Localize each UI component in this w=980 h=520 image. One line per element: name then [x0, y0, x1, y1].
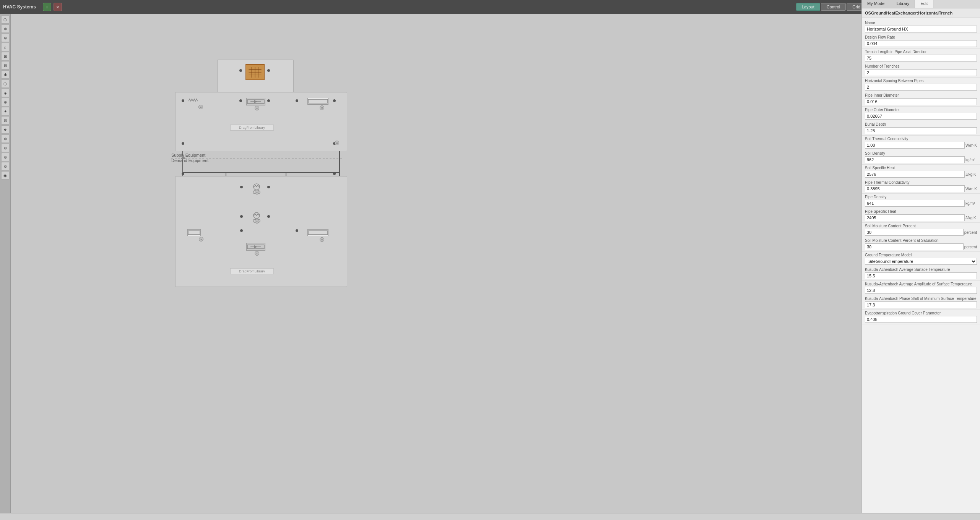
prop-row-0: Name — [862, 19, 980, 34]
main-canvas: × × × × DragFromLibrary Supply Equipment — [11, 14, 861, 513]
prop-input-20[interactable] — [865, 316, 977, 323]
prop-input-11[interactable] — [865, 185, 965, 192]
close-upper-right2[interactable]: × — [335, 141, 339, 145]
top-bar: HVAC Systems + × Layout Control Grid 🔍 🔍… — [0, 0, 980, 14]
remove-button[interactable]: × — [54, 3, 62, 11]
prop-input-8[interactable] — [865, 142, 965, 149]
prop-row-19: Kusuda-Achenbach Phase Shift of Minimum … — [862, 295, 980, 310]
prop-select-16[interactable]: SiteGroundTemperature — [865, 258, 977, 265]
sidebar-icon-16[interactable]: ⊙ — [1, 153, 10, 161]
prop-row-2: Trench Length in Pipe Axial Direction — [862, 49, 980, 63]
valve-lower-right[interactable] — [307, 229, 328, 236]
prop-label-10: Soil Specific Heat — [865, 166, 977, 170]
sidebar-icon-4[interactable]: ⌂ — [1, 43, 10, 51]
sidebar-icon-17[interactable]: ⊚ — [1, 162, 10, 170]
close-upper-valve[interactable]: × — [320, 105, 324, 110]
valve-upper-right[interactable] — [307, 98, 328, 105]
prop-row-5: Pipe Inner Diameter — [862, 92, 980, 107]
prop-input-17[interactable] — [865, 272, 977, 279]
valve-lower-left[interactable] — [187, 229, 201, 236]
prop-input-1[interactable] — [865, 40, 977, 47]
prop-label-15: Soil Moisture Content Percent at Saturat… — [865, 238, 977, 243]
prop-input-3[interactable] — [865, 69, 977, 76]
supply-demand-labels: Supply Equipment Demand Equipment — [171, 153, 208, 163]
coil-upper-left[interactable] — [187, 97, 199, 105]
close-lower-valve[interactable]: × — [320, 237, 324, 242]
pipes-svg — [11, 14, 861, 513]
prop-input-12[interactable] — [865, 200, 965, 207]
ground-hx-icon[interactable] — [245, 64, 265, 80]
prop-input-10[interactable] — [865, 171, 965, 178]
prop-label-4: Horizontal Spacing Between Pipes — [865, 79, 977, 83]
prop-row-4: Horizontal Spacing Between Pipes — [862, 78, 980, 92]
prop-label-8: Soil Thermal Conductivity — [865, 137, 977, 141]
layout-buttons: Layout Control Grid — [796, 3, 866, 11]
prop-row-8: Soil Thermal ConductivityW/m·K — [862, 136, 980, 150]
sidebar-icon-18[interactable]: ◉ — [1, 171, 10, 180]
sidebar-icon-8[interactable]: ⬡ — [1, 79, 10, 88]
tab-library[interactable]: Library — [891, 0, 915, 8]
prop-row-20: Evapotranspiration Ground Cover Paramete… — [862, 310, 980, 324]
prop-input-19[interactable] — [865, 301, 977, 308]
node-ul-6 — [182, 142, 184, 145]
prop-input-6[interactable] — [865, 113, 977, 120]
tab-my-model[interactable]: My Model — [862, 0, 891, 8]
prop-input-9[interactable] — [865, 156, 965, 163]
right-tabs: My Model Library Edit — [862, 0, 980, 8]
node-ul-4 — [333, 99, 336, 102]
pump-connector-lower[interactable] — [246, 243, 265, 251]
prop-input-14[interactable] — [865, 229, 964, 236]
prop-input-13[interactable] — [865, 214, 965, 221]
control-btn[interactable]: Control — [821, 3, 846, 11]
tab-edit[interactable]: Edit — [915, 0, 933, 8]
sidebar-icon-11[interactable]: ✦ — [1, 107, 10, 115]
prop-row-15: Soil Moisture Content Percent at Saturat… — [862, 237, 980, 252]
layout-btn[interactable]: Layout — [796, 3, 820, 11]
prop-label-11: Pipe Thermal Conductivity — [865, 180, 977, 185]
sidebar-icon-5[interactable]: ⊞ — [1, 52, 10, 60]
close-lower-bottom-pump[interactable]: × — [255, 251, 259, 256]
close-upper-coil[interactable]: × — [198, 105, 203, 109]
prop-label-6: Pipe Outer Diameter — [865, 108, 977, 112]
sidebar-icon-1[interactable]: ⬡ — [1, 15, 10, 24]
prop-label-1: Design Flow Rate — [865, 35, 977, 39]
node-ll-4 — [267, 215, 270, 218]
prop-input-5[interactable] — [865, 98, 977, 105]
prop-input-2[interactable] — [865, 55, 977, 62]
prop-label-16: Ground Temperature Model — [865, 253, 977, 257]
prop-input-0[interactable] — [865, 26, 977, 32]
prop-label-3: Number of Trenches — [865, 64, 977, 68]
add-button[interactable]: + — [43, 3, 51, 11]
prop-row-6: Pipe Outer Diameter — [862, 107, 980, 121]
close-lower-left-valve[interactable]: × — [199, 237, 203, 241]
svg-rect-45 — [308, 231, 328, 235]
sidebar-icon-10[interactable]: ⊕ — [1, 98, 10, 106]
node-ll-3 — [240, 215, 243, 218]
node-ll-2 — [267, 186, 270, 188]
prop-row-16: Ground Temperature ModelSiteGroundTemper… — [862, 252, 980, 266]
sidebar-icon-2[interactable]: ⊕ — [1, 24, 10, 33]
close-lower-pump1[interactable]: × — [255, 190, 259, 194]
prop-input-15[interactable] — [865, 243, 964, 250]
close-upper-pump[interactable]: × — [255, 106, 259, 110]
sidebar-icon-13[interactable]: ❖ — [1, 125, 10, 134]
sidebar-icon-9[interactable]: ◈ — [1, 89, 10, 97]
sidebar-icon-12[interactable]: ⊡ — [1, 116, 10, 125]
node-upper-right — [267, 69, 270, 72]
prop-input-4[interactable] — [865, 84, 977, 91]
prop-input-18[interactable] — [865, 287, 977, 294]
sidebar-icon-3[interactable]: ⊗ — [1, 34, 10, 42]
prop-unit-14: percent — [964, 230, 977, 235]
svg-rect-38 — [308, 99, 328, 103]
prop-input-7[interactable] — [865, 127, 977, 134]
prop-label-18: Kusuda-Achenbach Average Amplitude of Su… — [865, 282, 977, 286]
prop-unit-9: kg/m³ — [965, 158, 977, 162]
pump-upper[interactable] — [246, 98, 265, 105]
sidebar-icon-14[interactable]: ⊛ — [1, 134, 10, 143]
sidebar-icon-7[interactable]: ✱ — [1, 70, 10, 79]
sidebar-icon-6[interactable]: ⊟ — [1, 61, 10, 70]
prop-unit-8: W/m·K — [965, 143, 977, 147]
sidebar-icon-15[interactable]: ⊘ — [1, 144, 10, 152]
close-lower-pump2[interactable]: × — [255, 219, 259, 224]
properties-list: NameDesign Flow RateTrench Length in Pip… — [862, 18, 980, 520]
